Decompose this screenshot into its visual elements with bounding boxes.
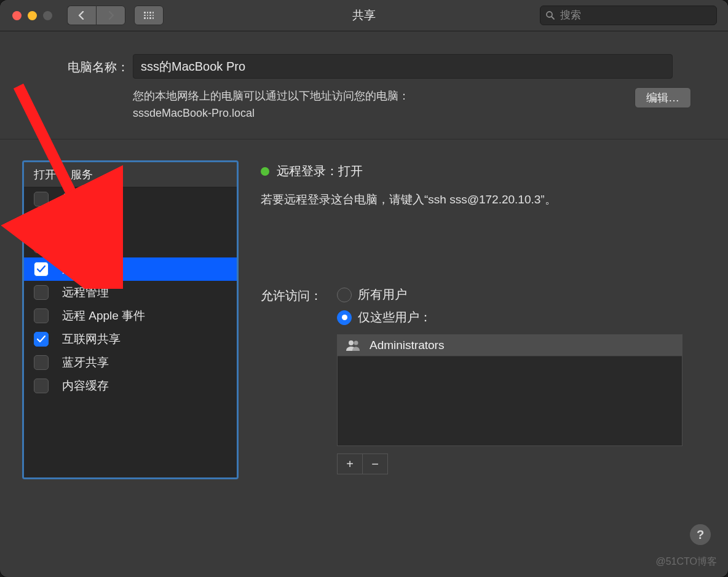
services-list[interactable]: 屏幕共享文件共享打印机共享远程登录远程管理远程 Apple 事件互联网共享蓝牙共… [24,187,237,477]
chevron-left-icon [78,11,85,20]
services-header: 打开 服务 [24,162,237,187]
minimize-button[interactable] [28,11,37,20]
service-row[interactable]: 内容缓存 [24,374,237,398]
local-address-description: 您的本地网络上的电脑可以通过以下地址访问您的电脑： sssdeMacBook-P… [133,87,622,122]
services-header-on: 打开 [24,167,68,182]
service-label: 蓝牙共享 [62,355,109,371]
show-all-button[interactable] [134,6,164,25]
user-list-controls: + − [337,453,682,474]
svg-point-3 [354,341,358,345]
user-group-icon [346,340,361,351]
add-user-button[interactable]: + [337,453,363,474]
search-input[interactable] [559,9,711,22]
service-checkbox[interactable] [34,262,49,277]
services-panel: 打开 服务 屏幕共享文件共享打印机共享远程登录远程管理远程 Apple 事件互联… [22,160,239,479]
service-label: 互联网共享 [62,331,121,347]
service-label: 远程管理 [62,285,109,300]
services-header-service: 服务 [68,167,237,182]
allow-access-label: 允许访问： [261,286,322,474]
service-checkbox[interactable] [34,379,49,393]
close-button[interactable] [12,11,22,20]
watermark: @51CTO博客 [655,555,717,568]
back-button[interactable] [67,6,96,25]
svg-point-2 [349,340,354,345]
service-checkbox[interactable] [34,215,49,230]
service-row[interactable]: 远程 Apple 事件 [24,304,237,328]
radio-only-users[interactable]: 仅这些用户： [337,309,682,326]
nav-buttons [67,6,125,25]
edit-button[interactable]: 编辑… [635,87,691,108]
radio-only-label: 仅这些用户： [358,309,432,326]
search-icon [545,10,555,20]
service-detail: 远程登录：打开 若要远程登录这台电脑，请键入“ssh sss@172.20.10… [261,160,703,474]
content: 电脑名称： 您的本地网络上的电脑可以通过以下地址访问您的电脑： sssdeMac… [0,31,728,577]
titlebar: 共享 [0,0,728,31]
status-indicator-icon [261,167,269,176]
service-checkbox[interactable] [34,355,49,370]
sharing-prefs-window: 共享 电脑名称： 您的本地网络上的电脑可以通过以下地址访问您的电脑： sssde… [0,0,728,577]
radio-all-label: 所有用户 [358,286,407,303]
service-label: 屏幕共享 [62,191,109,207]
help-button[interactable]: ? [690,524,711,545]
service-label: 远程登录 [62,261,109,277]
computer-name-section: 电脑名称： 您的本地网络上的电脑可以通过以下地址访问您的电脑： sssdeMac… [0,31,728,139]
service-row[interactable]: 屏幕共享 [24,187,237,211]
computer-name-label: 电脑名称： [49,54,129,76]
chevron-right-icon [107,11,114,20]
allow-access-radios: 所有用户 仅这些用户： [337,286,682,326]
maximize-button[interactable] [43,11,52,20]
service-row[interactable]: 远程管理 [24,281,237,304]
service-label: 内容缓存 [62,378,109,394]
user-name: Administrators [370,339,444,352]
user-list[interactable]: Administrators [337,334,682,446]
service-checkbox[interactable] [34,285,49,300]
service-status: 远程登录：打开 [261,163,703,179]
service-checkbox[interactable] [34,238,49,253]
service-checkbox[interactable] [34,192,49,206]
sharing-body: 打开 服务 屏幕共享文件共享打印机共享远程登录远程管理远程 Apple 事件互联… [0,139,728,479]
radio-icon [337,288,352,302]
radio-all-users[interactable]: 所有用户 [337,286,682,303]
service-row[interactable]: 互联网共享 [24,328,237,351]
radio-icon [337,310,352,325]
service-row[interactable]: 蓝牙共享 [24,351,237,374]
service-label: 远程 Apple 事件 [62,308,145,324]
search-box[interactable] [540,6,717,25]
grid-icon [144,12,154,19]
service-label: 文件共享 [62,214,109,230]
user-row[interactable]: Administrators [338,335,682,356]
window-controls [12,11,52,20]
service-row[interactable]: 打印机共享 [24,234,237,257]
ssh-hint: 若要远程登录这台电脑，请键入“ssh sss@172.20.10.3”。 [261,192,703,208]
forward-button[interactable] [96,6,125,25]
remove-user-button[interactable]: − [363,453,388,474]
service-row[interactable]: 远程登录 [24,257,237,281]
service-checkbox[interactable] [34,308,49,323]
service-row[interactable]: 文件共享 [24,211,237,234]
service-checkbox[interactable] [34,332,49,347]
svg-line-1 [552,17,554,19]
service-status-label: 远程登录：打开 [277,163,363,179]
computer-name-input[interactable] [133,54,673,79]
service-label: 打印机共享 [62,238,121,254]
